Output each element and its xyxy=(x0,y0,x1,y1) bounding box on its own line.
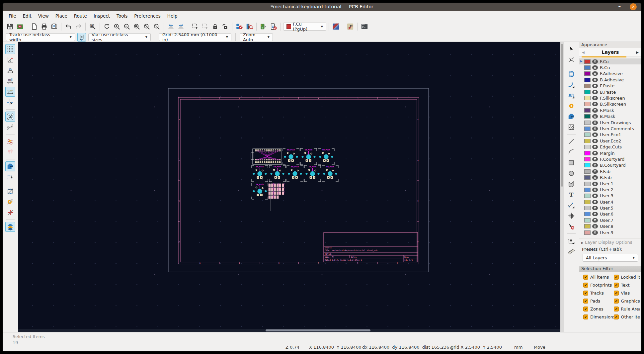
checkbox-checked-icon[interactable]: ✔ xyxy=(614,283,619,288)
visibility-eye-icon[interactable] xyxy=(592,206,598,210)
close-button[interactable]: ✕ xyxy=(630,3,637,10)
select-area-button[interactable] xyxy=(191,22,200,31)
layer-row-user-eco2[interactable]: User.Eco2 xyxy=(579,138,641,144)
pad-sketch-button[interactable] xyxy=(5,197,15,207)
layer-row-b-cu[interactable]: B.Cu xyxy=(579,64,641,70)
filter-graphics[interactable]: ✔Graphics xyxy=(614,299,640,304)
unit-in-button[interactable]: in xyxy=(5,65,15,75)
visibility-eye-icon[interactable] xyxy=(592,108,598,113)
layer-row-f-fab[interactable]: F.Fab xyxy=(579,168,641,174)
tab-scroll-left-icon[interactable]: ◀ xyxy=(582,50,585,54)
layer-color-swatch[interactable] xyxy=(584,145,591,149)
layer-color-swatch[interactable] xyxy=(584,188,591,192)
layer-row-f-adhesive[interactable]: F.Adhesive xyxy=(579,71,641,77)
checkbox-checked-icon[interactable]: ✔ xyxy=(614,307,619,311)
filter-locked-items[interactable]: ✔Locked items xyxy=(614,275,640,280)
print-button[interactable] xyxy=(40,22,49,31)
filter-dimensions[interactable]: ✔Dimensions xyxy=(583,314,614,319)
visibility-eye-icon[interactable] xyxy=(592,90,598,94)
filter-footprints[interactable]: ✔Footprints xyxy=(583,283,614,288)
layer-row-user-7[interactable]: User.7 xyxy=(579,217,641,223)
layer-display-options[interactable]: ▶Layer Display Options xyxy=(579,238,641,246)
layer-color-swatch[interactable] xyxy=(584,206,591,210)
layer-selector-dropdown[interactable]: F.Cu (PgUp)▼ xyxy=(283,23,326,31)
find-button[interactable]: A xyxy=(88,22,97,31)
page-setup-button[interactable] xyxy=(30,22,39,31)
visibility-eye-icon[interactable] xyxy=(592,212,598,216)
zone-fill-button[interactable] xyxy=(5,161,15,171)
filter-vias[interactable]: ✔Vias xyxy=(614,291,640,296)
tool-tune-button[interactable] xyxy=(566,90,576,100)
layer-color-swatch[interactable] xyxy=(584,96,591,100)
layer-row-f-silkscreen[interactable]: F.Silkscreen xyxy=(579,95,641,101)
tool-arc-button[interactable] xyxy=(566,147,576,157)
plot-button[interactable] xyxy=(49,22,59,31)
track-width-sync-button[interactable] xyxy=(77,33,86,42)
filter-other-items[interactable]: ✔Other items xyxy=(614,314,640,319)
layer-row-b-mask[interactable]: B.Mask xyxy=(579,114,641,120)
layer-color-swatch[interactable] xyxy=(584,175,591,180)
layer-color-swatch[interactable] xyxy=(584,200,591,204)
menu-edit[interactable]: Edit xyxy=(20,12,35,20)
tool-line-button[interactable] xyxy=(566,136,576,146)
tool-via-button[interactable] xyxy=(566,101,576,111)
layer-row-b-fab[interactable]: B.Fab xyxy=(579,174,641,180)
unit-mil-button[interactable]: mil xyxy=(5,76,15,86)
visibility-eye-icon[interactable] xyxy=(592,96,598,100)
unlock-button[interactable] xyxy=(220,22,230,31)
visibility-eye-icon[interactable] xyxy=(592,224,598,228)
tool-select-button[interactable] xyxy=(566,44,576,54)
menu-help[interactable]: Help xyxy=(164,12,181,20)
layer-color-swatch[interactable] xyxy=(584,127,591,131)
layer-color-swatch[interactable] xyxy=(584,218,591,222)
layer-color-swatch[interactable] xyxy=(584,169,591,174)
visibility-eye-icon[interactable] xyxy=(592,139,598,143)
layer-row-user-1[interactable]: User.1 xyxy=(579,181,641,187)
layer-color-swatch[interactable] xyxy=(584,78,591,82)
layer-row-user-eco1[interactable]: User.Eco1 xyxy=(579,132,641,138)
zoom-selection-button[interactable] xyxy=(152,22,161,31)
visibility-eye-icon[interactable] xyxy=(592,145,598,149)
layer-color-swatch[interactable] xyxy=(584,230,591,235)
menu-route[interactable]: Route xyxy=(71,12,90,20)
visibility-eye-icon[interactable] xyxy=(592,59,598,64)
unit-mm-button[interactable]: mm xyxy=(5,87,15,97)
visibility-eye-icon[interactable] xyxy=(592,200,598,204)
layer-row-user-comments[interactable]: User.Comments xyxy=(579,126,641,132)
checkbox-checked-icon[interactable]: ✔ xyxy=(614,275,619,280)
track-sketch-button[interactable] xyxy=(5,136,15,146)
visibility-eye-icon[interactable] xyxy=(592,163,598,167)
layer-color-swatch[interactable] xyxy=(584,212,591,216)
redo-button[interactable] xyxy=(74,22,83,31)
tool-text-button[interactable]: T xyxy=(566,190,576,200)
tool-measure-button[interactable] xyxy=(566,246,576,256)
grid-dropdown[interactable]: Grid: 2.5400 mm (0.1000 in)▼ xyxy=(159,33,231,41)
filter-pads[interactable]: ✔Pads xyxy=(583,299,614,304)
layer-color-swatch[interactable] xyxy=(584,65,591,70)
checkbox-checked-icon[interactable]: ✔ xyxy=(583,307,588,311)
refresh-button[interactable] xyxy=(102,22,112,31)
update-pcb-button[interactable] xyxy=(235,22,244,31)
layer-color-swatch[interactable] xyxy=(584,224,591,228)
ratsnest-curved-button[interactable] xyxy=(5,122,15,132)
tool-target-button[interactable] xyxy=(566,211,576,221)
tab-layers[interactable]: Layers xyxy=(585,49,636,55)
visibility-eye-icon[interactable] xyxy=(592,78,598,82)
layer-row-f-cu[interactable]: ▶F.Cu xyxy=(579,58,641,64)
layer-row-b-courtyard[interactable]: B.Courtyard xyxy=(579,162,641,168)
checkbox-checked-icon[interactable]: ✔ xyxy=(583,275,588,280)
layer-color-swatch[interactable] xyxy=(584,163,591,167)
visibility-eye-icon[interactable] xyxy=(592,127,598,131)
tool-rule-area-button[interactable] xyxy=(566,122,576,132)
layer-color-swatch[interactable] xyxy=(584,59,591,64)
horizontal-scrollbar-thumb[interactable] xyxy=(266,329,370,331)
visibility-eye-icon[interactable] xyxy=(592,188,598,192)
cursor-shape-button[interactable] xyxy=(5,97,15,107)
tool-footprint-button[interactable] xyxy=(566,69,576,79)
visibility-eye-icon[interactable] xyxy=(592,133,598,137)
layer-color-swatch[interactable] xyxy=(584,133,591,137)
layer-row-edge-cuts[interactable]: Edge.Cuts xyxy=(579,144,641,150)
visibility-eye-icon[interactable] xyxy=(592,194,598,198)
drc-button[interactable] xyxy=(269,22,278,31)
zoom-in-button[interactable] xyxy=(112,22,121,31)
